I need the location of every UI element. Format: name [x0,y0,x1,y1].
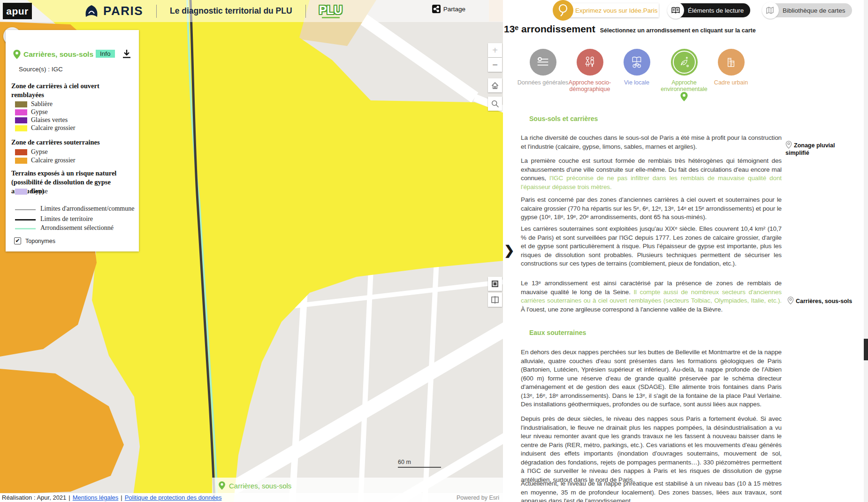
scrollbar-track[interactable] [864,0,868,502]
paragraph: La riche diversité de couches dans le so… [521,134,782,151]
idee-paris-button[interactable] [553,0,573,21]
paragraph: En dehors des deux nappes perchées sur l… [521,348,782,409]
header-divider [156,5,157,18]
paragraph: Depuis près de deux siècles, le niveau d… [521,415,782,484]
download-icon [122,49,131,59]
legend-item: Calcaire grossier [15,158,132,165]
general-data-icon [535,54,551,70]
color-swatch [15,101,27,107]
scrollbar-thumb[interactable] [864,339,868,360]
legend-item: Sablière [15,101,132,108]
legend-line-item: Limites de territoire [15,217,135,223]
share-icon [432,5,441,13]
zoom-in-button[interactable]: + [488,43,502,57]
overview-map-icon [491,280,499,288]
scale-line [398,467,441,468]
paragraph: Paris est concerné par des zones d'ancie… [521,196,782,222]
page-title-row: 13ᵉ arrondissement Sélectionnez un arron… [504,23,756,35]
legend-line-item: Arrondissement sélectionné [15,226,135,232]
paris-crest-icon [84,4,99,18]
selected-tab-pin-icon [680,92,688,101]
line-sample [15,219,36,221]
toponymes-row: ✔ Toponymes [14,237,127,245]
toponymes-checkbox[interactable]: ✔ [14,237,21,244]
home-icon [490,81,500,90]
tab-donnees-generales[interactable]: Données générales [516,49,570,86]
legend-item: Glaises vertes [15,117,132,124]
scale-label: 60 m [398,459,441,465]
map-footer: Réalisation : Apur, 2021 | Mentions léga… [0,493,503,502]
layer-pin-icon [219,481,225,490]
legend-item: Calcaire grossier [15,125,132,132]
leaf-icon [676,54,693,71]
color-swatch [15,189,27,195]
section-heading-sous-sols: Sous-sols et carrières [529,115,790,122]
bibliotheque-de-cartes-button[interactable]: Bibliothèque de cartes [763,3,852,17]
map-canvas[interactable]: apur PARIS Le diagnostic territorial du … [0,0,503,502]
map-pin-outline-icon [785,141,792,149]
politique-protection-link[interactable]: Politique de protection des données [125,494,222,501]
section-heading-eaux-souterraines: Eaux souterraines [529,329,790,336]
search-icon [490,99,500,108]
legend-item: Gypse [15,149,132,156]
apur-logo[interactable]: apur [3,3,32,19]
legend-group-title: Zone de carrières à ciel ouvert remblayé… [11,82,129,99]
paragraph: La première couche est surtout formée de… [521,157,782,191]
color-swatch [15,158,27,164]
tab-approche-environnementale[interactable]: Approche environnementale [657,49,711,92]
legend-line-item: Limites d'arrondissement/commune [15,206,135,213]
mentions-legales-link[interactable]: Mentions légales [73,494,119,501]
paragraph: Actuellement, le niveau de la nappe phré… [521,479,782,502]
map-pin-outline-icon [787,297,794,304]
tab-cadre-urbain[interactable]: Cadre urbain [704,49,758,86]
idea-balloon-icon [557,3,569,17]
paragraph: Le 13ᵉ arrondissement est ainsi caractér… [521,279,782,314]
map-icon [766,6,775,15]
app-title: Le diagnostic territorial du PLU [170,6,292,16]
idee-paris-input[interactable] [561,3,659,17]
share-button[interactable]: Partage [432,5,465,13]
swipe-tool-button[interactable] [488,293,502,307]
legend-group-title: Zone de carrières souterraines [11,138,129,147]
color-swatch [15,125,27,131]
tab-vie-locale[interactable]: Vie locale [610,49,663,86]
zoom-out-button[interactable]: − [488,58,502,72]
tab-approche-socio-demographique[interactable]: Approche socio-démographique [563,49,617,92]
margin-note-zonage-pluvial[interactable]: Zonage pluvial simplifié [785,141,845,157]
buildings-icon [723,54,739,71]
download-button[interactable] [119,49,125,50]
margin-note-carrieres[interactable]: Carrières, sous-sols [787,297,862,305]
book-bicycle-icon [628,54,645,71]
color-swatch [15,109,27,115]
legend-panel: Carrières, sous-sols Info Source(s) : IG… [6,30,139,251]
paris-logo[interactable]: PARIS [84,4,143,18]
app-header: apur PARIS Le diagnostic territorial du … [0,0,503,22]
app: apur PARIS Le diagnostic territorial du … [0,0,868,502]
info-button[interactable]: Info [96,50,115,58]
legend-item: Gypse [15,109,132,116]
plu-logo[interactable]: PLU [319,4,343,18]
legend-item: Gypse [15,189,132,196]
swipe-icon [491,296,499,304]
reading-book-icon [671,6,680,15]
active-layer-bar: Carrières, sous-sols [212,478,503,494]
color-swatch [15,149,27,155]
panel-collapse-chevron[interactable]: ❯ [504,243,515,258]
overview-map-button[interactable] [488,277,502,291]
legend-source: Source(s) : IGC [19,66,63,73]
content-panel: Éléments de lecture Bibliothèque de cart… [503,0,868,502]
active-layer-label: Carrières, sous-sols [229,482,291,490]
header-divider [305,5,306,18]
toponymes-label: Toponymes [25,238,55,244]
map-search-button[interactable] [488,97,502,111]
legend-title: Carrières, sous-sols [23,50,93,59]
color-swatch [15,117,27,123]
home-extent-button[interactable] [488,78,502,92]
scale-bar: 60 m [398,459,441,468]
realisation-text: Réalisation : Apur, 2021 [2,494,66,501]
line-sample [15,209,36,210]
people-icon [581,54,598,71]
elements-de-lecture-button[interactable]: Éléments de lecture [668,3,750,17]
paragraph: Les carrières souterraines sont exploité… [521,225,782,268]
line-sample [15,228,36,229]
